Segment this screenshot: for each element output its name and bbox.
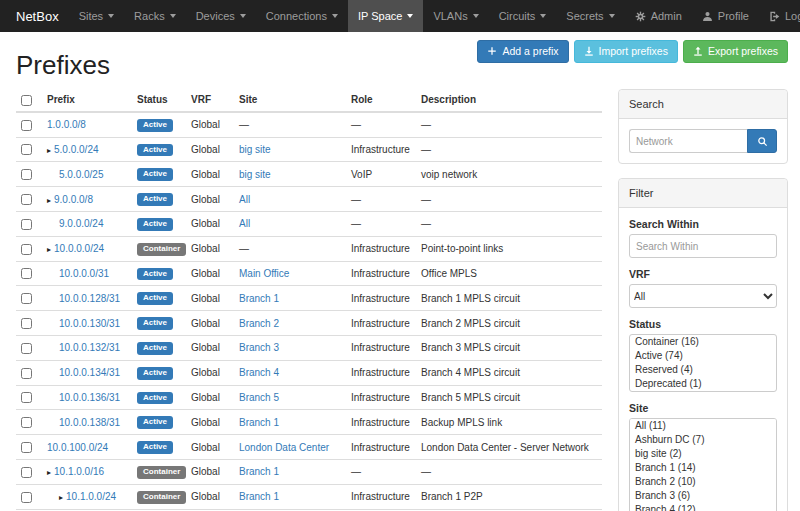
- prefix-link[interactable]: 10.0.0.132/31: [59, 342, 120, 353]
- site-filter-option[interactable]: Branch 2 (10): [630, 475, 776, 489]
- site-link[interactable]: Branch 2: [239, 318, 279, 329]
- prefix-link[interactable]: 10.1.0.0/16: [54, 466, 104, 477]
- vrf-cell: Global: [186, 236, 234, 261]
- site-link[interactable]: Branch 3: [239, 342, 279, 353]
- expand-arrow-icon[interactable]: ▸: [59, 493, 63, 502]
- column-header[interactable]: Prefix: [42, 89, 132, 112]
- expand-arrow-icon[interactable]: ▸: [47, 146, 51, 155]
- search-button[interactable]: [747, 129, 777, 153]
- prefix-link[interactable]: 10.0.0.136/31: [59, 392, 120, 403]
- site-link[interactable]: —: [239, 119, 249, 130]
- status-filter-option[interactable]: Reserved (4): [630, 363, 776, 377]
- vrf-select[interactable]: All: [629, 284, 777, 308]
- column-header[interactable]: VRF: [186, 89, 234, 112]
- nav-menu-item[interactable]: VLANs: [423, 0, 488, 32]
- site-filter-option[interactable]: Ashburn DC (7): [630, 433, 776, 447]
- site-cell: —: [234, 112, 346, 137]
- site-link[interactable]: All: [239, 194, 250, 205]
- prefix-link[interactable]: 9.0.0.0/8: [54, 194, 93, 205]
- site-link[interactable]: Main Office: [239, 268, 289, 279]
- status-filter-listbox[interactable]: Container (16)Active (74)Reserved (4)Dep…: [629, 334, 777, 392]
- row-checkbox[interactable]: [21, 368, 32, 379]
- site-filter-listbox[interactable]: All (11)Ashburn DC (7)big site (2)Branch…: [629, 418, 777, 511]
- site-link[interactable]: Branch 1: [239, 491, 279, 502]
- site-link[interactable]: Branch 4: [239, 367, 279, 378]
- select-all-checkbox[interactable]: [21, 95, 32, 106]
- site-filter-option[interactable]: Branch 3 (6): [630, 489, 776, 503]
- prefix-link[interactable]: 10.0.100.0/24: [47, 442, 108, 453]
- site-link[interactable]: All: [239, 218, 250, 229]
- site-link[interactable]: Branch 5: [239, 392, 279, 403]
- row-checkbox[interactable]: [21, 144, 32, 155]
- nav-menu-item[interactable]: Racks: [124, 0, 186, 32]
- prefix-link[interactable]: 10.0.0.128/31: [59, 293, 120, 304]
- column-header[interactable]: Status: [132, 89, 186, 112]
- site-link[interactable]: Branch 1: [239, 417, 279, 428]
- row-checkbox[interactable]: [21, 467, 32, 478]
- row-checkbox[interactable]: [21, 120, 32, 131]
- row-checkbox[interactable]: [21, 392, 32, 403]
- site-cell: Branch 1: [234, 410, 346, 435]
- prefix-link[interactable]: 1.0.0.0/8: [47, 119, 86, 130]
- expand-arrow-icon[interactable]: ▸: [47, 245, 51, 254]
- role-cell: —: [346, 460, 416, 485]
- row-checkbox[interactable]: [21, 293, 32, 304]
- prefix-link[interactable]: 10.0.0.134/31: [59, 367, 120, 378]
- nav-menu-item[interactable]: Devices: [186, 0, 256, 32]
- nav-menu-item[interactable]: Connections: [256, 0, 348, 32]
- prefix-link[interactable]: 10.0.0.0/24: [54, 243, 104, 254]
- row-checkbox[interactable]: [21, 318, 32, 329]
- column-header[interactable]: Description: [416, 89, 602, 112]
- site-filter-option[interactable]: All (11): [630, 419, 776, 433]
- search-input[interactable]: [629, 129, 747, 153]
- prefix-link[interactable]: 5.0.0.0/25: [59, 169, 103, 180]
- site-link[interactable]: big site: [239, 169, 271, 180]
- logout-link[interactable]: Log out: [759, 0, 800, 32]
- row-checkbox[interactable]: [21, 268, 32, 279]
- row-checkbox[interactable]: [21, 442, 32, 453]
- indent-spacer: [47, 497, 59, 498]
- brand-link[interactable]: NetBox: [6, 0, 69, 32]
- profile-link[interactable]: Profile: [692, 0, 759, 32]
- export-prefixes-button[interactable]: Export prefixes: [683, 40, 788, 63]
- row-checkbox[interactable]: [21, 169, 32, 180]
- row-checkbox[interactable]: [21, 417, 32, 428]
- column-header[interactable]: Role: [346, 89, 416, 112]
- row-checkbox[interactable]: [21, 343, 32, 354]
- row-checkbox[interactable]: [21, 244, 32, 255]
- nav-menu-item[interactable]: IP Space: [348, 0, 423, 32]
- site-filter-option[interactable]: Branch 4 (12): [630, 503, 776, 511]
- nav-menu-item[interactable]: Circuits: [489, 0, 557, 32]
- prefix-link[interactable]: 10.0.0.130/31: [59, 318, 120, 329]
- prefix-link[interactable]: 9.0.0.0/24: [59, 218, 103, 229]
- admin-link[interactable]: Admin: [625, 0, 692, 32]
- prefix-link[interactable]: 5.0.0.0/24: [54, 144, 98, 155]
- prefix-link[interactable]: 10.1.0.0/24: [66, 491, 116, 502]
- site-filter-option[interactable]: big site (2): [630, 447, 776, 461]
- prefix-link[interactable]: 10.0.0.0/31: [59, 268, 109, 279]
- vrf-cell: Global: [186, 336, 234, 361]
- expand-arrow-icon[interactable]: ▸: [47, 196, 51, 205]
- site-filter-option[interactable]: Branch 1 (14): [630, 461, 776, 475]
- nav-menu-item[interactable]: Secrets: [556, 0, 624, 32]
- site-link[interactable]: —: [239, 243, 249, 254]
- site-link[interactable]: big site: [239, 144, 271, 155]
- row-checkbox[interactable]: [21, 492, 32, 503]
- status-filter-option[interactable]: Container (16): [630, 335, 776, 349]
- column-header[interactable]: Site: [234, 89, 346, 112]
- row-checkbox[interactable]: [21, 194, 32, 205]
- search-within-input[interactable]: [629, 234, 777, 258]
- search-icon: [757, 136, 768, 147]
- status-filter-option[interactable]: Deprecated (1): [630, 377, 776, 391]
- prefix-link[interactable]: 10.0.0.138/31: [59, 417, 120, 428]
- import-prefixes-button[interactable]: Import prefixes: [574, 40, 678, 63]
- site-link[interactable]: Branch 1: [239, 466, 279, 477]
- nav-menu-item[interactable]: Sites: [69, 0, 124, 32]
- site-link[interactable]: Branch 1: [239, 293, 279, 304]
- row-checkbox[interactable]: [21, 219, 32, 230]
- status-filter-option[interactable]: Active (74): [630, 349, 776, 363]
- add-prefix-button[interactable]: Add a prefix: [477, 40, 568, 63]
- expand-arrow-icon[interactable]: ▸: [47, 468, 51, 477]
- status-cell: Active: [132, 286, 186, 311]
- site-link[interactable]: London Data Center: [239, 442, 329, 453]
